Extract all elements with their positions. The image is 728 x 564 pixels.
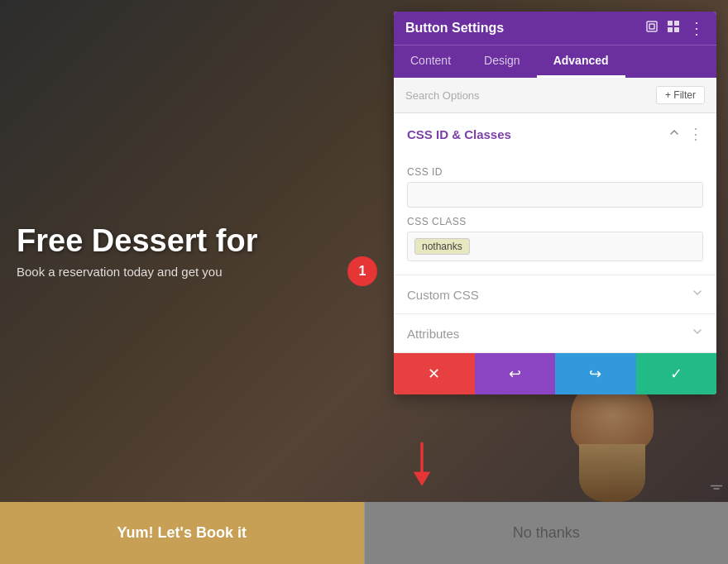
tab-design[interactable]: Design xyxy=(467,45,537,78)
subheadline: Book a reservation today and get you xyxy=(17,265,257,279)
custom-css-section: Custom CSS xyxy=(394,275,716,314)
attributes-header[interactable]: Attributes xyxy=(394,314,716,352)
step-badge: 1 xyxy=(347,256,377,286)
svg-marker-1 xyxy=(414,472,431,486)
panel-actions: ✕ ↩ ↪ ✓ xyxy=(394,353,716,394)
svg-rect-5 xyxy=(674,21,679,26)
css-id-classes-title: CSS ID & Classes xyxy=(407,127,511,141)
attributes-title: Attributes xyxy=(407,327,459,341)
bottom-bar: Yum! Let's Book it No thanks xyxy=(0,502,728,564)
css-class-input[interactable]: nothanks xyxy=(407,232,703,261)
search-bar: Search Options + Filter xyxy=(394,78,716,113)
css-id-input[interactable] xyxy=(407,182,703,208)
layout-icon[interactable] xyxy=(667,20,680,36)
arrow-svg xyxy=(405,440,438,490)
settings-panel: Button Settings ⋮ Content xyxy=(394,12,716,394)
css-id-classes-header: CSS ID & Classes ⋮ xyxy=(394,113,716,155)
more-options-icon[interactable]: ⋮ xyxy=(688,20,705,36)
custom-css-header[interactable]: Custom CSS xyxy=(394,275,716,313)
svg-rect-2 xyxy=(647,22,657,31)
redo-icon: ↪ xyxy=(589,365,601,383)
panel-header-icons: ⋮ xyxy=(645,20,705,36)
css-id-label: CSS ID xyxy=(407,166,703,178)
restore-icon[interactable] xyxy=(645,20,659,36)
css-id-classes-section: CSS ID & Classes ⋮ CSS ID CSS Class noth… xyxy=(394,113,716,275)
filter-button[interactable]: + Filter xyxy=(656,86,705,104)
panel-title: Button Settings xyxy=(405,21,504,36)
svg-rect-4 xyxy=(668,21,673,26)
cancel-button[interactable]: ✕ xyxy=(394,353,475,394)
custom-css-controls xyxy=(692,287,703,302)
book-button[interactable]: Yum! Let's Book it xyxy=(0,502,364,564)
attributes-controls xyxy=(692,326,703,341)
redo-button[interactable]: ↪ xyxy=(555,353,636,394)
custom-css-expand-icon[interactable] xyxy=(692,287,703,302)
confirm-icon: ✓ xyxy=(670,365,682,383)
panel-body: CSS ID & Classes ⋮ CSS ID CSS Class noth… xyxy=(394,113,716,353)
panel-tabs: Content Design Advanced xyxy=(394,45,716,78)
panel-header: Button Settings ⋮ xyxy=(394,12,716,45)
svg-rect-6 xyxy=(668,27,673,32)
section-controls: ⋮ xyxy=(668,125,703,143)
undo-icon: ↩ xyxy=(509,365,521,383)
svg-rect-3 xyxy=(649,24,654,29)
css-class-label: CSS Class xyxy=(407,216,703,227)
undo-button[interactable]: ↩ xyxy=(475,353,556,394)
arrow-annotation xyxy=(405,440,438,490)
headline-container: Free Dessert for Book a reservation toda… xyxy=(17,223,257,279)
search-placeholder: Search Options xyxy=(405,89,480,102)
custom-css-title: Custom CSS xyxy=(407,288,479,302)
nothanks-button[interactable]: No thanks xyxy=(364,502,729,564)
css-id-classes-body: CSS ID CSS Class nothanks xyxy=(394,155,716,275)
ice-cream-base xyxy=(579,444,645,502)
confirm-button[interactable]: ✓ xyxy=(636,353,717,394)
headline: Free Dessert for xyxy=(17,223,257,258)
attributes-expand-icon[interactable] xyxy=(692,326,703,341)
tab-advanced[interactable]: Advanced xyxy=(537,45,625,78)
css-class-tag: nothanks xyxy=(414,238,470,255)
tab-content[interactable]: Content xyxy=(394,45,467,78)
section-more-icon[interactable]: ⋮ xyxy=(688,125,703,143)
svg-rect-7 xyxy=(674,27,679,32)
attributes-section: Attributes xyxy=(394,314,716,353)
cancel-icon: ✕ xyxy=(428,365,440,383)
collapse-icon[interactable] xyxy=(668,127,680,141)
